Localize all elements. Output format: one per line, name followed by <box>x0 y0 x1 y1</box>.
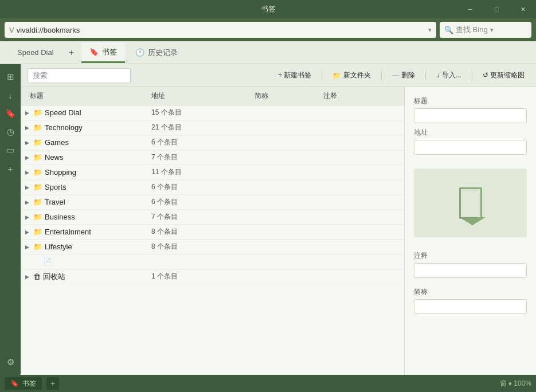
search-placeholder: 搜索 <box>33 70 48 81</box>
folder-icon: 📁 <box>33 213 42 221</box>
row-name: Lifestyle <box>45 242 72 251</box>
row-title: ▶ 📁 News <box>25 153 151 162</box>
row-address: 6 个条目 <box>151 197 255 207</box>
sidebar-notes-icon[interactable]: ▭ <box>2 142 18 158</box>
table-header: 标题 地址 简称 注释 <box>21 87 404 105</box>
address-input-wrap[interactable]: V vivaldi://bookmarks ▾ <box>5 22 436 38</box>
sidebar-history-icon[interactable]: ◷ <box>2 124 18 140</box>
detail-panel: 标题 地址 注释 简称 <box>405 87 536 375</box>
row-name: Sports <box>45 183 66 191</box>
col-title-header: 标题 <box>25 91 151 101</box>
detail-address-field: 地址 <box>414 128 527 155</box>
detail-title-input[interactable] <box>414 108 527 123</box>
table-row[interactable]: ▶ 📁 Speed Dial 15 个条目 <box>21 105 404 120</box>
table-row[interactable]: ▶ 📁 Games 6 个条目 <box>21 135 404 150</box>
table-row[interactable]: ▶ 🗑 回收站 1 个条目 <box>21 269 404 284</box>
expand-arrow[interactable]: ▶ <box>25 185 31 190</box>
tab-bottom-label: 书签 <box>22 379 36 389</box>
expand-arrow[interactable]: ▶ <box>25 229 31 235</box>
window-controls: ─ □ ✕ <box>457 0 536 18</box>
tab-bookmarks[interactable]: 🔖 书签 <box>81 42 125 63</box>
sidebar-add-panel-icon[interactable]: + <box>2 160 18 177</box>
new-folder-label: 新文件夹 <box>343 70 371 80</box>
address-dropdown-arrow[interactable]: ▾ <box>428 26 432 34</box>
table-row[interactable]: ▶ 📁 Lifestyle 8 个条目 <box>21 240 404 254</box>
new-tab-bottom-button[interactable]: + <box>46 377 59 390</box>
new-folder-button[interactable]: 📁 新文件夹 <box>328 69 375 82</box>
expand-arrow[interactable]: ▶ <box>25 214 31 220</box>
close-button[interactable]: ✕ <box>510 0 536 18</box>
expand-arrow[interactable]: ▶ <box>25 125 31 131</box>
row-address: 11 个条目 <box>151 167 255 177</box>
sidebar-speed-dial-icon[interactable]: ⊞ <box>2 69 18 85</box>
sidebar: ⊞ ↓ 🔖 ◷ ▭ + ⚙ <box>0 64 21 375</box>
row-title: ▶ 📁 Lifestyle <box>25 242 151 251</box>
table-row[interactable]: ▶ 📁 Business 7 个条目 <box>21 210 404 225</box>
delete-icon: — <box>392 72 399 80</box>
row-name: Shopping <box>45 168 76 177</box>
sidebar-bookmark-icon[interactable]: 🔖 <box>2 105 18 121</box>
row-title: ▶ 📁 Technology <box>25 123 151 132</box>
new-bookmark-button[interactable]: + 新建书签 <box>273 69 316 82</box>
table-row[interactable]: ▶ 📁 Entertainment 8 个条目 <box>21 225 404 240</box>
table-row[interactable]: ▶ 📁 News 7 个条目 <box>21 150 404 165</box>
expand-arrow[interactable]: ▶ <box>25 140 31 146</box>
maximize-button[interactable]: □ <box>483 0 510 18</box>
tab-history-label: 历史记录 <box>148 48 178 58</box>
row-address: 1 个条目 <box>151 272 255 281</box>
status-bar: 🔖 书签 + 窗 ♦ 100% <box>0 375 536 392</box>
expand-arrow[interactable]: ▶ <box>25 199 31 205</box>
minimize-button[interactable]: ─ <box>457 0 483 18</box>
detail-address-label: 地址 <box>414 128 527 138</box>
address-text: vivaldi://bookmarks <box>17 26 426 34</box>
tab-bottom-icon: 🔖 <box>10 379 19 387</box>
detail-note-input[interactable] <box>414 263 527 278</box>
row-title: ▶ 📁 Entertainment <box>25 228 151 236</box>
import-button[interactable]: ↓ 导入... <box>432 69 465 82</box>
update-thumbnail-button[interactable]: ↺ 更新缩略图 <box>478 69 529 82</box>
folder-icon: 📁 <box>33 153 42 162</box>
table-row[interactable]: ▶ 📁 Technology 21 个条目 <box>21 120 404 135</box>
search-text: 查找 Bing <box>456 25 488 35</box>
detail-short-field-wrap: 简称 <box>414 287 527 314</box>
detail-short-label: 简称 <box>414 287 527 297</box>
row-address: 7 个条目 <box>151 212 255 222</box>
folder-icon: 📁 <box>33 123 42 132</box>
row-address: 8 个条目 <box>151 227 255 237</box>
table-row[interactable]: ▶ 📁 Sports 6 个条目 <box>21 180 404 195</box>
row-name: Business <box>45 213 75 221</box>
detail-short-input[interactable] <box>414 299 527 314</box>
expand-arrow[interactable]: ▶ <box>25 155 31 160</box>
row-address: 15 个条目 <box>151 108 255 117</box>
file-icon: 📄 <box>44 258 52 265</box>
tab-history[interactable]: 🕐 历史记录 <box>127 42 186 63</box>
expand-arrow[interactable]: ▶ <box>25 110 31 116</box>
status-icons-right: 窗 ♦ 100% <box>500 379 531 389</box>
tab-speed-dial[interactable]: Speed Dial <box>9 42 62 63</box>
bookmark-tab-icon: 🔖 <box>89 48 99 56</box>
sidebar-settings-icon[interactable]: ⚙ <box>2 354 18 370</box>
main-layout: ⊞ ↓ 🔖 ◷ ▭ + ⚙ 搜索 + 新建书签 📁 新文件夹 — 删除 <box>0 64 536 375</box>
row-title: ▶ 📁 Business <box>25 213 151 221</box>
table-row[interactable]: ▶ 📁 Shopping 11 个条目 <box>21 165 404 180</box>
bookmark-search-input[interactable]: 搜索 <box>28 68 131 83</box>
add-tab-button[interactable]: + <box>64 45 79 60</box>
expand-arrow[interactable]: ▶ <box>25 170 31 175</box>
sidebar-download-icon[interactable]: ↓ <box>2 87 18 103</box>
search-wrap[interactable]: 🔍 查找 Bing ▾ <box>440 22 531 38</box>
table-row[interactable]: ▶ 📄 <box>21 254 404 269</box>
folder-icon: 📁 <box>33 198 42 206</box>
row-address: 8 个条目 <box>151 242 255 252</box>
table-row[interactable]: ▶ 📁 Travel 6 个条目 <box>21 195 404 210</box>
detail-address-input[interactable] <box>414 140 527 155</box>
expand-arrow[interactable]: ▶ <box>25 274 31 280</box>
bookmark-list: 标题 地址 简称 注释 ▶ 📁 Speed Dial 15 个条目 <box>21 87 405 375</box>
delete-button[interactable]: — 删除 <box>388 69 420 82</box>
tab-label-bottom: 🔖 书签 <box>5 377 42 390</box>
detail-note-label: 注释 <box>414 251 527 261</box>
expand-arrow[interactable]: ▶ <box>25 244 31 250</box>
bookmark-preview <box>414 168 527 237</box>
table-body: ▶ 📁 Speed Dial 15 个条目 ▶ 📁 Tech <box>21 105 404 375</box>
row-name: Travel <box>45 198 65 206</box>
search-dropdown-arrow[interactable]: ▾ <box>490 26 494 34</box>
